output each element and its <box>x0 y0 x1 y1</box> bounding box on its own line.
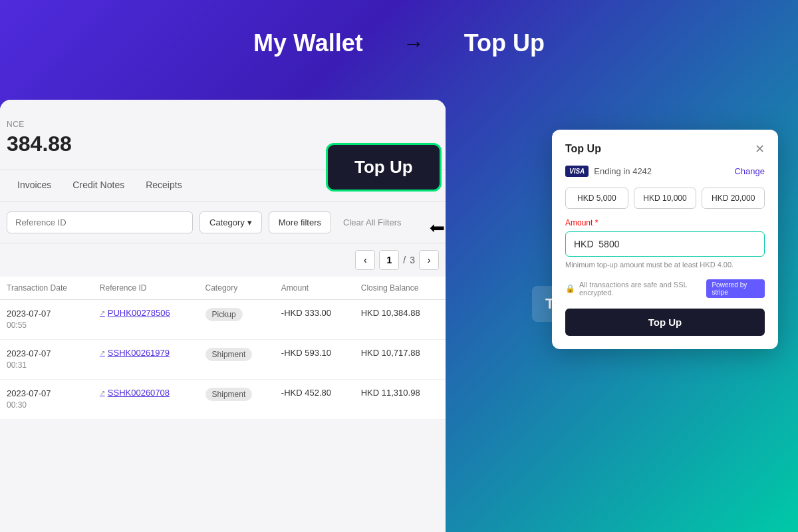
filters-row: Category ▾ More filters Clear All Filter… <box>0 202 446 243</box>
cell-closing-balance-2: HKD 11,310.98 <box>354 379 446 419</box>
visa-ending: Ending in 4242 <box>594 166 652 176</box>
visa-logo: VISA <box>565 166 589 177</box>
amount-input[interactable] <box>565 231 765 257</box>
cell-closing-balance-1: HKD 10,717.88 <box>354 339 446 379</box>
topup-modal: Top Up ✕ VISA Ending in 4242 Change HKD … <box>552 130 778 349</box>
header-arrow: → <box>403 31 424 56</box>
cursor-arrow-icon: ⬅ <box>429 213 445 243</box>
page-separator: / <box>403 255 406 265</box>
more-filters-button[interactable]: More filters <box>269 211 331 233</box>
amount-presets: HKD 5,000 HKD 10,000 HKD 20,000 <box>565 188 765 209</box>
more-filters-label: More filters <box>279 217 321 227</box>
clear-filters-button[interactable]: Clear All Filters <box>338 215 406 230</box>
top-up-btn-container: Top Up <box>326 143 442 192</box>
modal-header: Top Up ✕ <box>565 143 765 155</box>
table-row: 2023-07-07 00:55 ↗ PUHK00278506 Pickup -… <box>0 300 446 340</box>
preset-btn-20000[interactable]: HKD 20,000 <box>702 188 765 209</box>
amount-field-label: Amount * <box>565 218 765 227</box>
cell-date-0: 2023-07-07 00:55 <box>0 300 93 340</box>
pagination-row: ‹ 1 / 3 › <box>0 243 446 277</box>
tab-credit-notes[interactable]: Credit Notes <box>62 170 135 201</box>
current-page: 1 <box>379 250 399 270</box>
col-transaction-date: Transaction Date <box>0 277 93 300</box>
prev-page-button[interactable]: ‹ <box>355 250 375 270</box>
table-row: 2023-07-07 00:31 ↗ SSHK00261979 Shipment… <box>0 339 446 379</box>
header: My Wallet → Top Up <box>0 0 798 86</box>
preset-btn-5000[interactable]: HKD 5,000 <box>565 188 628 209</box>
cell-ref-1[interactable]: ↗ SSHK00261979 <box>93 339 199 379</box>
col-reference-id: Reference ID <box>93 277 199 300</box>
lock-icon: 🔒 <box>565 284 575 293</box>
top-up-main-button[interactable]: Top Up <box>326 143 442 192</box>
cell-category-2: Shipment <box>199 379 275 419</box>
external-link-icon: ↗ <box>100 309 105 317</box>
cell-amount-1: -HKD 593.10 <box>275 339 354 379</box>
chevron-down-icon: ▾ <box>247 217 252 227</box>
col-closing-balance: Closing Balance <box>354 277 446 300</box>
visa-info: VISA Ending in 4242 <box>565 166 652 177</box>
change-payment-link[interactable]: Change <box>734 166 765 176</box>
cell-ref-0[interactable]: ↗ PUHK00278506 <box>93 300 199 340</box>
header-top-up-label: Top Up <box>464 29 545 57</box>
cell-amount-2: -HKD 452.80 <box>275 379 354 419</box>
min-note: Minimum top-up amount must be at least H… <box>565 261 765 269</box>
cell-date-1: 2023-07-07 00:31 <box>0 339 93 379</box>
amount-input-wrap <box>565 231 765 257</box>
col-category: Category <box>199 277 275 300</box>
stripe-badge: Powered by stripe <box>706 279 765 298</box>
tab-invoices[interactable]: Invoices <box>7 170 62 201</box>
next-page-button[interactable]: › <box>419 250 439 270</box>
visa-row: VISA Ending in 4242 Change <box>565 166 765 177</box>
balance-label: NCE <box>7 120 426 129</box>
security-text: 🔒 All transactions are safe and SSL encr… <box>565 281 706 297</box>
reference-id-input[interactable] <box>7 211 193 233</box>
col-amount: Amount <box>275 277 354 300</box>
category-filter-button[interactable]: Category ▾ <box>200 211 262 233</box>
cell-ref-2[interactable]: ↗ SSHK00260708 <box>93 379 199 419</box>
preset-btn-10000[interactable]: HKD 10,000 <box>634 188 697 209</box>
modal-submit-button[interactable]: Top Up <box>565 309 765 336</box>
tab-receipts[interactable]: Receipts <box>135 170 192 201</box>
modal-close-button[interactable]: ✕ <box>755 143 765 155</box>
total-pages: 3 <box>410 255 415 265</box>
cell-category-0: Pickup <box>199 300 275 340</box>
security-label: All transactions are safe and SSL encryp… <box>579 281 706 297</box>
cell-date-2: 2023-07-07 00:30 <box>0 379 93 419</box>
table-header-row: Transaction Date Reference ID Category A… <box>0 277 446 300</box>
external-link-icon: ↗ <box>100 349 105 356</box>
my-wallet-title: My Wallet <box>253 29 363 57</box>
cell-amount-0: -HKD 333.00 <box>275 300 354 340</box>
category-filter-label: Category <box>209 217 245 227</box>
transactions-table-container: Transaction Date Reference ID Category A… <box>0 277 446 420</box>
cell-closing-balance-0: HKD 10,384.88 <box>354 300 446 340</box>
table-row: 2023-07-07 00:30 ↗ SSHK00260708 Shipment… <box>0 379 446 419</box>
modal-title: Top Up <box>565 143 601 155</box>
cell-category-1: Shipment <box>199 339 275 379</box>
external-link-icon: ↗ <box>100 389 105 396</box>
security-row: 🔒 All transactions are safe and SSL encr… <box>565 279 765 298</box>
transactions-table: Transaction Date Reference ID Category A… <box>0 277 446 420</box>
